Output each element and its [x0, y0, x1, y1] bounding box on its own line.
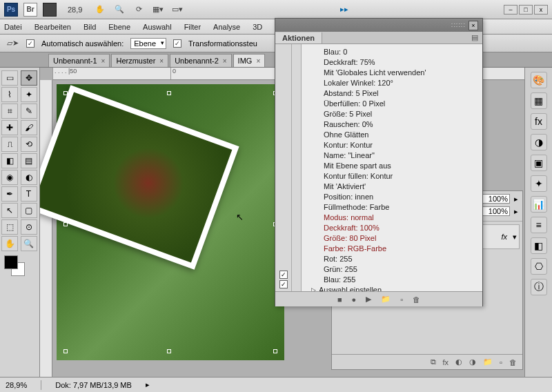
path-tool[interactable]: ↖ — [1, 203, 18, 218]
doc-tab[interactable]: Unbenannt-1× — [48, 54, 110, 67]
action-step[interactable]: Blau: 0 — [306, 47, 478, 57]
minibridge-icon[interactable] — [43, 3, 57, 17]
transform-checkbox[interactable]: ✓ — [173, 39, 181, 48]
action-step[interactable]: Mit 'Globales Licht verwenden' — [306, 68, 478, 78]
fg-color-swatch[interactable] — [4, 255, 18, 269]
opacity-value[interactable]: 100% — [482, 194, 510, 204]
action-step[interactable]: Kontur: Kontur — [306, 140, 478, 150]
menu-ebene[interactable]: Ebene — [108, 23, 130, 31]
hand-icon[interactable]: ✋ — [93, 3, 107, 17]
histogram-panel-icon[interactable]: 📊 — [531, 196, 547, 213]
menu-analyse[interactable]: Analyse — [213, 23, 240, 31]
heal-tool[interactable]: ✚ — [1, 120, 18, 135]
menu-filter[interactable]: Filter — [184, 23, 201, 31]
panel-titlebar[interactable]: ∷∷∷ × — [275, 19, 482, 32]
fx-icon[interactable]: fx — [443, 358, 449, 366]
eyedrop-tool[interactable]: ✎ — [21, 104, 37, 119]
action-step[interactable]: Abstand: 5 Pixel — [306, 88, 478, 99]
close-icon[interactable]: × — [159, 57, 164, 65]
new-action-icon[interactable]: ▫ — [400, 295, 403, 304]
menu-auswahl[interactable]: Auswahl — [143, 23, 172, 31]
action-step[interactable]: Füllmethode: Farbe — [306, 202, 478, 213]
menu-bearbeiten[interactable]: Bearbeiten — [34, 23, 71, 31]
menu-3d[interactable]: 3D — [253, 23, 262, 31]
masks-panel-icon[interactable]: ▣ — [531, 155, 547, 171]
action-step[interactable]: Kontur füllen: Kontur — [306, 171, 478, 182]
new-set-icon[interactable]: 📁 — [381, 295, 391, 304]
layers-panel-icon[interactable]: ≡ — [531, 217, 547, 233]
play-icon[interactable]: ▶ — [366, 295, 371, 304]
close-icon[interactable]: × — [256, 57, 260, 65]
zoom-display[interactable]: 28,9 — [68, 6, 82, 14]
pen-tool[interactable]: ✒ — [1, 186, 18, 202]
fill-value[interactable]: 100% — [482, 206, 510, 216]
shape-tool[interactable]: ▢ — [21, 203, 37, 218]
close-icon[interactable]: × — [223, 57, 227, 65]
stop-icon[interactable]: ■ — [337, 295, 342, 304]
minimize-button[interactable]: – — [504, 5, 518, 14]
close-button[interactable]: x — [534, 5, 548, 14]
action-step-expandable[interactable]: ▷Auswahl einstellen — [306, 285, 478, 291]
action-step[interactable]: Deckkraft: 75% — [306, 57, 478, 68]
action-step[interactable]: Grün: 255 — [306, 264, 478, 275]
move-tool[interactable]: ✥ — [21, 70, 37, 86]
action-step[interactable]: Überfüllen: 0 Pixel — [306, 99, 478, 109]
crop-tool[interactable]: ⌗ — [1, 104, 18, 119]
lasso-tool[interactable]: ⌇ — [1, 87, 18, 102]
blur-tool[interactable]: ◉ — [1, 170, 18, 185]
arrange-icon[interactable]: ▦▾ — [151, 3, 165, 17]
actions-list[interactable]: Blau: 0Deckkraft: 75%Mit 'Globales Licht… — [302, 44, 482, 291]
chevron-right-icon[interactable]: ▸ — [146, 380, 150, 389]
adjust-icon[interactable]: ◑ — [469, 357, 476, 366]
action-step[interactable]: Mit 'Aktiviert' — [306, 182, 478, 192]
screen-icon[interactable]: ▭▾ — [170, 3, 184, 17]
transform-handle[interactable] — [273, 349, 277, 353]
eraser-tool[interactable]: ◧ — [1, 153, 18, 168]
wand-tool[interactable]: ✦ — [21, 87, 37, 102]
move-tool-icon[interactable]: ▱➤ — [6, 37, 19, 50]
action-step[interactable]: Farbe: RGB-Farbe — [306, 244, 478, 254]
photoshop-icon[interactable]: Ps — [4, 3, 18, 17]
transform-handle[interactable] — [63, 91, 68, 95]
panel-menu-icon[interactable]: ▤ — [467, 33, 482, 42]
panel-close-button[interactable]: × — [469, 21, 478, 30]
channels-panel-icon[interactable]: ◧ — [531, 237, 547, 254]
action-step[interactable]: Rot: 255 — [306, 254, 478, 264]
marquee-tool[interactable]: ▭ — [1, 70, 18, 86]
fx-badge[interactable]: fx — [501, 233, 507, 241]
doc-tab[interactable]: Herzmuster× — [111, 54, 168, 67]
transform-handle[interactable] — [63, 222, 68, 226]
action-step[interactable]: Mit Ebene spart aus — [306, 161, 478, 171]
paths-panel-icon[interactable]: ⎔ — [531, 258, 547, 275]
action-checkbox[interactable]: ✓ — [279, 271, 288, 279]
action-step[interactable]: Blau: 255 — [306, 275, 478, 285]
link-icon[interactable]: ⧉ — [431, 357, 436, 366]
action-step[interactable]: Größe: 5 Pixel — [306, 109, 478, 119]
transform-handle[interactable] — [167, 91, 171, 95]
menu-datei[interactable]: Datei — [4, 23, 22, 31]
doc-tab[interactable]: Unbenannt-2× — [170, 54, 231, 67]
color-swatches[interactable] — [1, 255, 38, 280]
action-step[interactable]: Größe: 80 Pixel — [306, 233, 478, 244]
action-step[interactable]: Ohne Glätten — [306, 130, 478, 140]
type-tool[interactable]: T — [21, 186, 37, 202]
transform-handle[interactable] — [167, 349, 171, 353]
brush-tool[interactable]: 🖌 — [21, 120, 37, 135]
menu-bild[interactable]: Bild — [83, 23, 96, 31]
history-tool[interactable]: ⟲ — [21, 137, 37, 152]
action-step[interactable]: Position: innen — [306, 192, 478, 202]
auto-select-dropdown[interactable]: Ebene — [130, 38, 166, 49]
action-step[interactable]: Modus: normal — [306, 213, 478, 223]
3d-tool[interactable]: ⬚ — [1, 219, 18, 235]
stamp-tool[interactable]: ⎍ — [1, 137, 18, 152]
info-panel-icon[interactable]: ⓘ — [531, 279, 547, 295]
new-layer-icon[interactable]: ▫ — [500, 358, 502, 366]
adjustments-panel-icon[interactable]: ◑ — [531, 134, 547, 150]
swatches-panel-icon[interactable]: ▦ — [531, 92, 547, 109]
action-step[interactable]: Rauschen: 0% — [306, 119, 478, 130]
trash-icon[interactable]: 🗑 — [509, 358, 517, 366]
status-doc-size[interactable]: Dok: 7,97 MB/13,9 MB — [55, 381, 132, 389]
actions-tab[interactable]: Aktionen — [275, 32, 322, 43]
zoom-tool[interactable]: 🔍 — [21, 236, 37, 251]
doc-tab-active[interactable]: IMG× — [233, 54, 266, 67]
